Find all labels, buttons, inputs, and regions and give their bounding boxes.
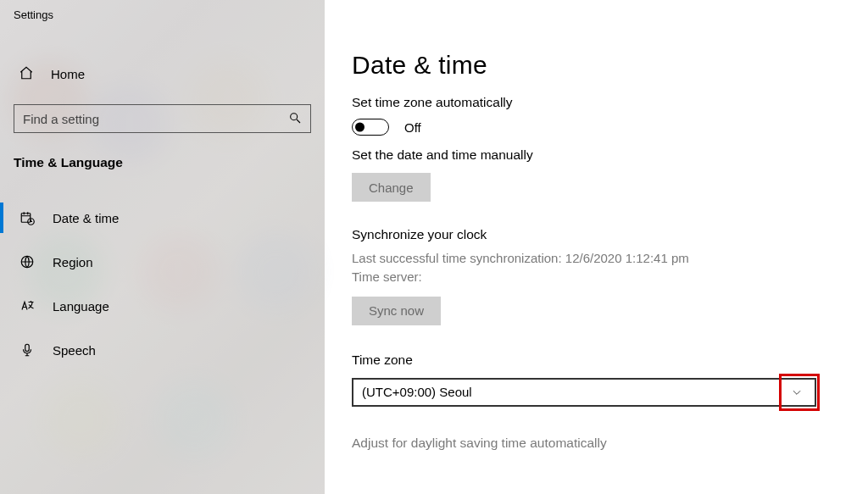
auto-timezone-toggle[interactable] [352,119,389,136]
svg-point-0 [291,113,298,119]
timezone-label: Time zone [352,352,868,368]
toggle-knob [355,123,364,132]
sidebar: Settings Home Find a setting Time & Lang… [0,0,325,494]
language-icon [19,298,36,314]
sidebar-item-speech[interactable]: Speech [0,328,325,372]
timezone-select[interactable]: (UTC+09:00) Seoul [352,378,816,407]
sync-last-label: Last successful time synchronization: [352,251,562,265]
search-input[interactable]: Find a setting [14,104,311,133]
sidebar-item-date-time[interactable]: Date & time [0,196,325,240]
clock-calendar-icon [19,210,36,225]
sidebar-item-label: Date & time [53,211,119,225]
chevron-down-icon[interactable] [782,378,811,407]
sidebar-home[interactable]: Home [0,62,325,86]
window-title: Settings [0,0,325,21]
page-title: Date & time [352,51,868,80]
main-content: Date & time Set time zone automatically … [325,0,868,494]
svg-rect-4 [25,344,30,351]
sidebar-item-label: Language [53,299,109,314]
sidebar-home-label: Home [51,67,85,81]
svg-rect-1 [21,214,31,223]
sidebar-item-label: Speech [53,343,96,358]
change-button[interactable]: Change [352,173,431,202]
home-icon [19,65,34,83]
timezone-value: (UTC+09:00) Seoul [362,385,472,399]
dst-label: Adjust for daylight saving time automati… [352,436,868,451]
sidebar-item-language[interactable]: Language [0,284,325,328]
section-title: Time & Language [0,133,325,186]
search-placeholder: Find a setting [23,112,288,126]
sync-title: Synchronize your clock [352,227,868,242]
globe-icon [19,254,36,269]
microphone-icon [19,342,36,358]
manual-datetime-label: Set the date and time manually [352,147,868,163]
search-icon [288,111,302,127]
auto-timezone-label: Set time zone automatically [352,95,868,110]
sidebar-item-region[interactable]: Region [0,240,325,284]
sync-last-value: 12/6/2020 1:12:41 pm [565,251,689,265]
sync-server-label: Time server: [352,269,422,284]
auto-timezone-state: Off [404,120,421,135]
sidebar-item-label: Region [53,255,93,269]
sync-now-button[interactable]: Sync now [352,297,441,325]
